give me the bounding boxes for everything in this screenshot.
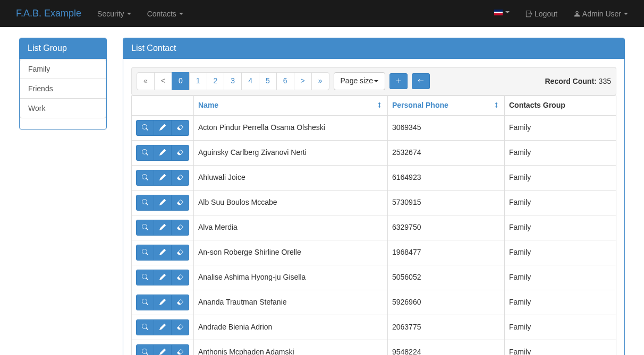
nav-security[interactable]: Security <box>89 2 139 26</box>
caret-icon <box>505 11 510 13</box>
delete-button[interactable] <box>171 270 189 285</box>
show-button[interactable] <box>136 120 154 136</box>
edit-button[interactable] <box>154 220 172 236</box>
delete-button[interactable] <box>171 120 189 136</box>
page-link[interactable]: » <box>311 72 329 90</box>
cell-name: Alb Suu Boulos Mccabe <box>193 190 387 215</box>
back-button[interactable] <box>412 73 430 89</box>
show-button[interactable] <box>136 170 154 186</box>
delete-button[interactable] <box>171 319 189 335</box>
cell-phone: 5926960 <box>387 290 504 315</box>
delete-button[interactable] <box>171 170 189 186</box>
pagination: «<0123456>» <box>137 72 329 90</box>
toolbar: «<0123456>» Page size Record Count: 335 <box>131 67 616 96</box>
user-menu[interactable]: Admin User <box>565 2 636 26</box>
cell-name: Andrade Bienia Adrion <box>193 315 387 340</box>
page-link[interactable]: 6 <box>276 72 294 90</box>
show-button[interactable] <box>136 145 154 161</box>
edit-icon <box>159 124 166 131</box>
delete-button[interactable] <box>171 145 189 161</box>
col-group[interactable]: Contacts Group <box>504 96 616 115</box>
cell-phone: 3069345 <box>387 115 504 140</box>
col-phone[interactable]: Personal Phone <box>387 96 504 115</box>
nav-security-label: Security <box>97 10 124 18</box>
search-icon <box>142 274 148 280</box>
delete-button[interactable] <box>171 245 189 261</box>
brand-link[interactable]: F.A.B. Example <box>8 0 89 27</box>
page-link[interactable]: < <box>154 72 172 90</box>
record-count: Record Count: 335 <box>545 77 611 85</box>
add-button[interactable] <box>389 73 408 89</box>
edit-button[interactable] <box>154 195 172 211</box>
edit-button[interactable] <box>154 245 172 261</box>
show-button[interactable] <box>136 195 154 211</box>
col-name-link[interactable]: Name <box>198 101 218 109</box>
search-icon <box>142 124 148 131</box>
search-icon <box>142 224 148 230</box>
edit-button[interactable] <box>154 170 172 186</box>
nav-contacts[interactable]: Contacts <box>139 2 191 26</box>
edit-button[interactable] <box>154 344 172 355</box>
cell-group: Family <box>504 290 616 315</box>
table-row: Aguinsky Carlberg Zivanovi Nerti2532674F… <box>131 140 616 165</box>
user-icon <box>573 10 581 18</box>
flag-icon <box>494 10 503 15</box>
language-selector[interactable] <box>486 2 518 23</box>
col-phone-link[interactable]: Personal Phone <box>392 101 448 109</box>
cell-group: Family <box>504 190 616 215</box>
page-link[interactable]: 2 <box>207 72 225 90</box>
show-button[interactable] <box>136 295 154 310</box>
sidebar-item-work[interactable]: Work <box>20 98 106 118</box>
table-row: Alva Merdia6329750Family <box>131 215 616 240</box>
delete-button[interactable] <box>171 344 189 355</box>
sidebar-item-family[interactable]: Family <box>20 59 106 79</box>
page-size-button[interactable]: Page size <box>334 72 385 90</box>
show-button[interactable] <box>136 319 154 335</box>
page-link[interactable]: 5 <box>259 72 277 90</box>
edit-button[interactable] <box>154 120 172 136</box>
edit-icon <box>159 349 166 355</box>
edit-button[interactable] <box>154 295 172 310</box>
edit-button[interactable] <box>154 319 172 335</box>
search-icon <box>142 324 148 330</box>
sidebar-item-friends[interactable]: Friends <box>20 79 106 99</box>
page-link[interactable]: 3 <box>224 72 242 90</box>
cell-name: Ananda Trautman Stefanie <box>193 290 387 315</box>
table-row: Acton Pindur Perrella Osama Olsheski3069… <box>131 115 616 140</box>
delete-button[interactable] <box>171 195 189 211</box>
edit-icon <box>159 174 166 180</box>
erase-icon <box>177 299 183 305</box>
edit-button[interactable] <box>154 145 172 161</box>
table-row: Alb Suu Boulos Mccabe5730915Family <box>131 190 616 215</box>
cell-phone: 6329750 <box>387 215 504 240</box>
page-link[interactable]: 1 <box>189 72 207 90</box>
show-button[interactable] <box>136 220 154 236</box>
edit-icon <box>159 274 166 280</box>
table-row: Anthonis Mcphaden Adamski9548224Family <box>131 340 616 355</box>
cell-group: Family <box>504 265 616 290</box>
erase-icon <box>177 199 183 205</box>
logout-label: Logout <box>535 10 557 18</box>
logout-link[interactable]: Logout <box>518 2 565 26</box>
show-button[interactable] <box>136 245 154 261</box>
edit-icon <box>159 199 166 205</box>
page-link[interactable]: « <box>137 72 155 90</box>
delete-button[interactable] <box>171 220 189 236</box>
show-button[interactable] <box>136 270 154 285</box>
show-button[interactable] <box>136 344 154 355</box>
cell-phone: 6164923 <box>387 165 504 190</box>
cell-phone: 5056052 <box>387 265 504 290</box>
sort-icon[interactable] <box>376 100 383 111</box>
edit-button[interactable] <box>154 270 172 285</box>
sort-icon[interactable] <box>493 100 500 111</box>
page-link[interactable]: 4 <box>241 72 259 90</box>
page-link[interactable]: 0 <box>172 72 190 90</box>
col-name[interactable]: Name <box>193 96 387 115</box>
cell-name: Anthonis Mcphaden Adamski <box>193 340 387 355</box>
page-link[interactable]: > <box>294 72 312 90</box>
cell-group: Family <box>504 315 616 340</box>
cell-name: Aguinsky Carlberg Zivanovi Nerti <box>193 140 387 165</box>
plus-icon <box>395 77 402 84</box>
col-actions <box>131 96 193 115</box>
delete-button[interactable] <box>171 295 189 310</box>
